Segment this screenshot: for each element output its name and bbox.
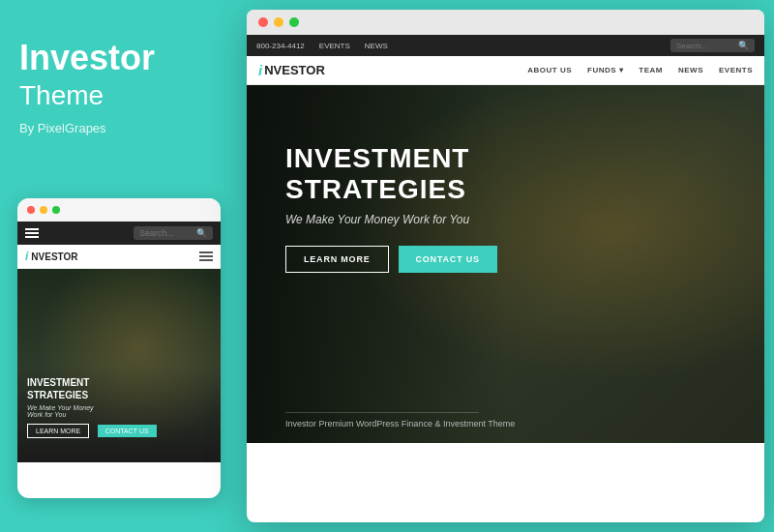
desktop-dot-green bbox=[289, 17, 299, 27]
desktop-topbar: 800-234-4412 EVENTS NEWS 🔍 bbox=[247, 35, 764, 56]
mobile-traffic-lights bbox=[17, 198, 221, 222]
desktop-nav-team[interactable]: TEAM bbox=[639, 66, 663, 74]
desktop-logo-text: NVESTOR bbox=[264, 63, 325, 77]
desktop-mockup: 800-234-4412 EVENTS NEWS 🔍 i NVESTOR ABO… bbox=[247, 10, 764, 522]
desktop-hero-title-line1: INVESTMENT bbox=[285, 143, 469, 173]
desktop-logo-i: i bbox=[258, 62, 262, 78]
desktop-search-icon: 🔍 bbox=[738, 41, 749, 50]
desktop-nav-news[interactable]: NEWS bbox=[678, 66, 703, 74]
desktop-topbar-events[interactable]: EVENTS bbox=[319, 42, 350, 50]
mobile-menu-icon[interactable] bbox=[199, 251, 213, 261]
desktop-nav-items: ABOUT US FUNDS ▾ TEAM NEWS EVENTS bbox=[527, 66, 753, 74]
mobile-contact-us-button[interactable]: CONTACT US bbox=[98, 425, 157, 437]
mobile-learn-more-button[interactable]: LEARN MORE bbox=[27, 424, 89, 438]
desktop-nav-events[interactable]: EVENTS bbox=[719, 66, 753, 74]
desktop-hero-footer-divider bbox=[285, 412, 479, 413]
left-panel: Investor Theme By PixelGrapes 🔍 i NVESTO… bbox=[0, 0, 237, 532]
mobile-hero-content: INVESTMENTSTRATEGIES We Make Your MoneyW… bbox=[27, 376, 211, 438]
mobile-hero: INVESTMENTSTRATEGIES We Make Your MoneyW… bbox=[17, 269, 221, 462]
desktop-logo: i NVESTOR bbox=[258, 62, 325, 78]
mobile-search-bar[interactable]: 🔍 bbox=[134, 226, 213, 240]
desktop-hero-title: INVESTMENT STRATEGIES bbox=[285, 143, 497, 205]
mobile-dot-yellow bbox=[40, 206, 47, 214]
mobile-topbar: 🔍 bbox=[17, 222, 221, 245]
desktop-nav-funds[interactable]: FUNDS ▾ bbox=[587, 66, 623, 74]
mobile-hero-subtitle: We Make Your MoneyWork for You bbox=[27, 404, 211, 418]
desktop-hero: INVESTMENT STRATEGIES We Make Your Money… bbox=[247, 85, 764, 443]
mobile-logo-i: i bbox=[25, 250, 28, 263]
mobile-dot-green bbox=[52, 206, 60, 214]
mobile-hamburger-icon[interactable] bbox=[25, 228, 39, 238]
mobile-nav: i NVESTOR bbox=[17, 245, 221, 269]
mobile-hero-title: INVESTMENTSTRATEGIES bbox=[27, 376, 211, 401]
desktop-nav-about[interactable]: ABOUT US bbox=[527, 66, 572, 74]
desktop-hero-footer-text: Investor Premium WordPress Finance & Inv… bbox=[285, 419, 515, 429]
desktop-search-input[interactable] bbox=[676, 42, 734, 50]
desktop-contact-us-button[interactable]: CONTACT US bbox=[399, 246, 497, 273]
mobile-dot-red bbox=[27, 206, 35, 214]
desktop-traffic-lights bbox=[247, 10, 764, 35]
desktop-topbar-news[interactable]: NEWS bbox=[365, 42, 388, 50]
desktop-hero-buttons: LEARN MORE CONTACT US bbox=[285, 246, 497, 273]
desktop-search-bar[interactable]: 🔍 bbox=[670, 39, 755, 52]
mobile-logo-text: NVESTOR bbox=[31, 251, 77, 262]
desktop-hero-content: INVESTMENT STRATEGIES We Make Your Money… bbox=[285, 143, 497, 273]
brand-by: By PixelGrapes bbox=[19, 121, 218, 135]
desktop-learn-more-button[interactable]: LEARN MORE bbox=[285, 246, 389, 273]
desktop-dot-yellow bbox=[274, 17, 283, 27]
desktop-hero-title-line2: STRATEGIES bbox=[285, 174, 466, 204]
desktop-topbar-phone: 800-234-4412 bbox=[256, 42, 305, 50]
desktop-hero-footer: Investor Premium WordPress Finance & Inv… bbox=[285, 412, 515, 429]
mobile-mockup: 🔍 i NVESTOR INVESTMENTSTRATEGIES We Make… bbox=[17, 198, 221, 498]
mobile-logo: i NVESTOR bbox=[25, 250, 78, 263]
desktop-hero-subtitle: We Make Your Money Work for You bbox=[285, 213, 497, 226]
desktop-main-nav: i NVESTOR ABOUT US FUNDS ▾ TEAM NEWS EVE… bbox=[247, 56, 764, 85]
mobile-search-icon: 🔍 bbox=[196, 228, 207, 238]
desktop-topbar-left: 800-234-4412 EVENTS NEWS bbox=[256, 42, 388, 50]
mobile-search-input[interactable] bbox=[139, 228, 193, 238]
brand-subtitle: Theme bbox=[19, 79, 218, 112]
brand-title: Investor bbox=[19, 39, 218, 77]
desktop-dot-red bbox=[258, 17, 268, 27]
